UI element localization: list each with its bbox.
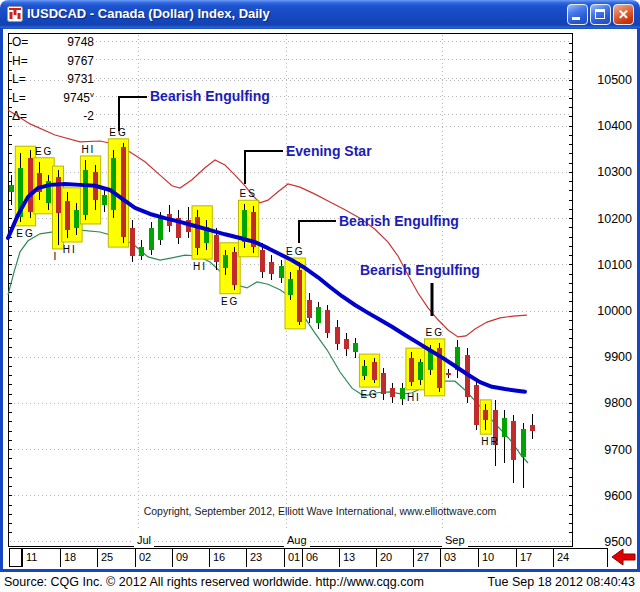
date-axis-origin-box (9, 548, 22, 567)
price-tick-label: 9800 (576, 395, 632, 411)
candle-body (130, 228, 135, 256)
week-tick-label: 25 (97, 548, 135, 567)
quote-board: O=9748H=9767L=9731L=9745vΔ=-2 (12, 33, 100, 126)
candle-body (28, 158, 33, 212)
application-window: IUSDCAD - Canada (Dollar) Index, Daily ✕… (0, 0, 640, 592)
candle-body (446, 373, 451, 375)
candle-body (372, 362, 377, 380)
quote-value: 9748 (38, 33, 94, 51)
candle-body (521, 429, 526, 457)
candle-body (353, 343, 358, 352)
annotation-text: Bearish Engulfing (150, 88, 270, 104)
price-tick-label: 10400 (576, 118, 632, 134)
candle-body (362, 366, 367, 376)
quote-value: 9731 (38, 70, 94, 88)
candle-body (65, 201, 70, 230)
candle-body (121, 147, 126, 237)
candle-body (474, 385, 479, 425)
pattern-label: EG (360, 389, 378, 400)
candle-body (418, 362, 423, 380)
price-tick-label: 10500 (576, 72, 632, 88)
annotation-text: Evening Star (286, 143, 372, 159)
candle-body (195, 217, 200, 248)
annotation-connector (245, 151, 283, 184)
price-tick-label: 10100 (576, 257, 632, 273)
candle-body (530, 425, 535, 431)
status-datetime: Tue Sep 18 2012 08:40:43 (487, 575, 635, 589)
quote-label: O= (12, 33, 38, 51)
scroll-left-arrow[interactable] (611, 547, 637, 567)
pattern-label: HI (193, 261, 207, 272)
candle-body (390, 388, 395, 397)
pattern-label: HI (407, 392, 421, 403)
pattern-label: I (54, 251, 59, 262)
quote-label: L= (12, 89, 38, 107)
pattern-label: HI (81, 144, 95, 155)
candle-body (288, 279, 293, 295)
candle-body (269, 262, 274, 274)
pattern-label: ES (240, 188, 257, 199)
candle-body (232, 252, 237, 285)
candle-body (409, 358, 414, 382)
chart-copyright: Copyright, September 2012, Elliott Wave … (120, 505, 520, 517)
pattern-label: EG (426, 327, 444, 338)
candle-body (214, 235, 219, 262)
candle-body (502, 418, 507, 437)
candle-body (223, 255, 228, 268)
week-tick-label: 13 (339, 548, 376, 567)
quote-row: Δ=-2 (12, 107, 100, 126)
candle-body (260, 250, 265, 272)
week-tick-label: 17 (516, 548, 553, 567)
quote-label: H= (12, 52, 38, 70)
candle-body (149, 228, 154, 250)
week-tick-label: 16 (209, 548, 246, 567)
pattern-label: EG (35, 146, 53, 157)
pattern-label: HR (481, 436, 499, 447)
quote-value: -2 (38, 107, 94, 125)
candle-body (483, 410, 488, 420)
quote-row: O=9748 (12, 33, 100, 52)
candle-body (381, 373, 386, 394)
week-tick-label: 27 (413, 548, 440, 567)
week-tick-label: 02 (135, 548, 172, 567)
candle-body (307, 300, 312, 318)
pattern-label: HI (63, 244, 77, 255)
candle-body (83, 170, 88, 215)
week-tick-label: 06 (302, 548, 339, 567)
candle-body (158, 218, 163, 240)
quote-label: Δ= (12, 107, 38, 125)
quote-row: L=9731 (12, 70, 100, 89)
week-tick-label: 23 (246, 548, 284, 567)
price-tick-label: 10300 (576, 164, 632, 180)
quote-row: L=9745v (12, 89, 100, 108)
price-tick-label: 9600 (576, 488, 632, 504)
week-tick-label: 20 (376, 548, 413, 567)
quote-value: 9767 (38, 52, 94, 70)
candle-body (74, 210, 79, 228)
candle-body (297, 270, 302, 322)
candle-body (316, 307, 321, 323)
week-tick-label: 10 (478, 548, 516, 567)
month-label: Jul (134, 534, 154, 547)
week-tick-label: 03 (440, 548, 478, 567)
month-label: Aug (284, 534, 310, 547)
annotation-text: Bearish Engulfing (339, 213, 459, 229)
quote-value: 9745v (38, 89, 94, 107)
price-tick-label: 9700 (576, 442, 632, 458)
price-tick-label: 9900 (576, 349, 632, 365)
price-tick-label: 10000 (576, 303, 632, 319)
month-label: Sep (442, 534, 468, 547)
quote-label: L= (12, 70, 38, 88)
annotation-text: Bearish Engulfing (360, 262, 480, 278)
candle-body (102, 195, 107, 205)
week-tick-label: 18 (60, 548, 97, 567)
week-tick-label: 24 (553, 548, 608, 567)
candle-body (139, 247, 144, 256)
status-bar: Source: CQG Inc. © 2012 All rights reser… (0, 572, 640, 592)
candle-body (511, 421, 516, 460)
week-tick-label: 11 (22, 548, 60, 567)
candle-body (111, 158, 116, 210)
candle-body (9, 185, 14, 192)
pattern-label: EG (286, 246, 304, 257)
pattern-label: EG (16, 228, 34, 239)
